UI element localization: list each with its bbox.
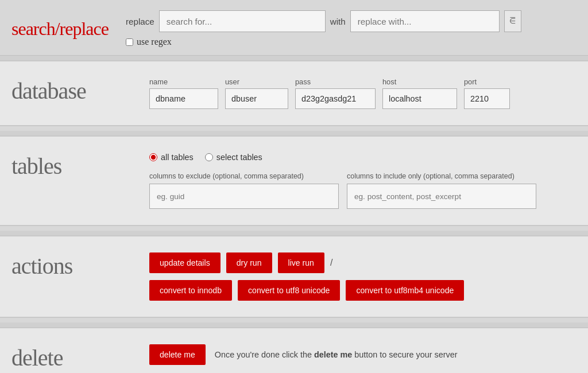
include-columns-group: columns to include only (optional, comma… — [347, 172, 536, 209]
logo-text-replace: replace — [60, 18, 109, 39]
delete-msg-before: Once you're done click the — [215, 350, 314, 359]
actions-row1: update details dry run live run / — [149, 252, 577, 273]
db-host-field: host — [382, 77, 457, 109]
delete-msg-after: button to secure your server — [352, 350, 457, 359]
columns-row: columns to exclude (optional, comma sepa… — [149, 172, 577, 209]
db-user-field: user — [225, 77, 288, 109]
tables-title: tables — [11, 153, 126, 180]
convert-utf8mb4-button[interactable]: convert to utf8mb4 unicode — [346, 280, 464, 301]
delete-me-button[interactable]: delete me — [149, 344, 206, 365]
exclude-columns-label: columns to exclude (optional, comma sepa… — [149, 172, 339, 180]
live-run-button[interactable]: live run — [278, 252, 324, 273]
db-pass-label: pass — [295, 77, 376, 86]
header: search/replace replace with ⋶ use regex — [0, 0, 588, 56]
db-pass-input[interactable] — [295, 88, 376, 109]
database-section: database name user pass host port — [0, 60, 588, 126]
actions-section: actions update details dry run live run … — [0, 235, 588, 318]
exclude-columns-group: columns to exclude (optional, comma sepa… — [149, 172, 339, 209]
db-pass-field: pass — [295, 77, 376, 109]
delete-msg-bold: delete me — [314, 350, 352, 359]
convert-innodb-button[interactable]: convert to innodb — [149, 280, 232, 301]
database-title: database — [11, 77, 126, 104]
db-port-input[interactable] — [464, 88, 510, 109]
dry-run-button[interactable]: dry run — [226, 252, 272, 273]
include-columns-input[interactable] — [347, 184, 536, 209]
actions-slash: / — [330, 258, 332, 268]
delete-content: delete me Once you're done click the del… — [149, 344, 577, 365]
tables-content: all tables select tables columns to excl… — [149, 153, 577, 209]
include-columns-label: columns to include only (optional, comma… — [347, 172, 536, 180]
db-user-input[interactable] — [225, 88, 288, 109]
search-replace-area: replace with ⋶ use regex — [126, 10, 521, 47]
all-tables-radio[interactable] — [149, 153, 157, 161]
db-name-input[interactable] — [149, 88, 218, 109]
all-tables-option[interactable]: all tables — [149, 153, 194, 162]
replace-label: replace — [126, 17, 154, 26]
select-tables-option[interactable]: select tables — [205, 153, 262, 162]
search-replace-controls: replace with ⋶ — [126, 10, 521, 32]
select-tables-label: select tables — [216, 153, 262, 162]
replace-input[interactable] — [350, 10, 500, 32]
tables-radio-row: all tables select tables — [149, 153, 577, 162]
database-content: name user pass host port — [149, 77, 577, 109]
delete-title: delete — [11, 344, 126, 371]
tables-section: tables all tables select tables columns … — [0, 135, 588, 226]
db-name-label: name — [149, 77, 218, 86]
delete-area: delete me Once you're done click the del… — [149, 344, 577, 365]
actions-title: actions — [11, 252, 126, 279]
db-fields: name user pass host port — [149, 77, 577, 109]
delete-message: Once you're done click the delete me but… — [215, 350, 458, 359]
all-tables-label: all tables — [161, 153, 194, 162]
use-regex-checkbox[interactable] — [126, 38, 133, 46]
db-name-field: name — [149, 77, 218, 109]
use-regex-label: use regex — [137, 37, 172, 47]
convert-utf8-button[interactable]: convert to utf8 unicode — [238, 280, 340, 301]
db-user-label: user — [225, 77, 288, 86]
exclude-columns-input[interactable] — [149, 184, 339, 209]
logo: search/replace — [11, 18, 109, 40]
delete-section: delete delete me Once you're done click … — [0, 327, 588, 373]
db-host-label: host — [382, 77, 457, 86]
logo-text-search: search — [11, 18, 55, 39]
with-label: with — [330, 17, 346, 26]
actions-row2: convert to innodb convert to utf8 unicod… — [149, 280, 577, 301]
db-port-label: port — [464, 77, 510, 86]
search-input[interactable] — [159, 10, 326, 32]
update-details-button[interactable]: update details — [149, 252, 220, 273]
regex-row: use regex — [126, 37, 521, 47]
actions-content: update details dry run live run / conver… — [149, 252, 577, 301]
db-host-input[interactable] — [382, 88, 457, 109]
select-tables-radio[interactable] — [205, 153, 213, 161]
replace-icon-button[interactable]: ⋶ — [504, 10, 521, 32]
db-port-field: port — [464, 77, 510, 109]
logo-slash: / — [55, 18, 60, 39]
